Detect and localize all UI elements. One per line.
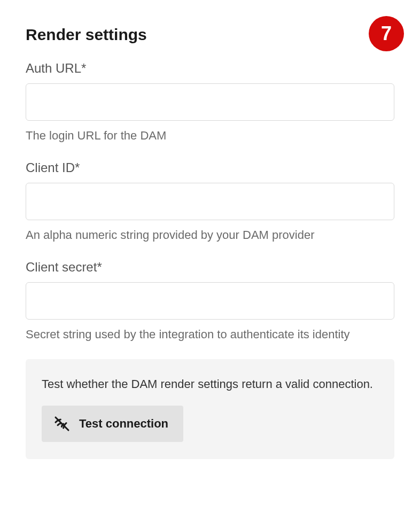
auth-url-label: Auth URL* bbox=[26, 61, 394, 76]
connectivity-icon bbox=[53, 415, 71, 432]
section-title: Render settings bbox=[26, 26, 394, 44]
auth-url-input[interactable] bbox=[26, 83, 394, 121]
test-connection-panel: Test whether the DAM render settings ret… bbox=[26, 359, 394, 459]
client-id-input[interactable] bbox=[26, 183, 394, 220]
test-connection-help: Test whether the DAM render settings ret… bbox=[42, 375, 378, 393]
client-id-label: Client ID* bbox=[26, 160, 394, 175]
step-badge: 7 bbox=[369, 16, 404, 51]
test-connection-button[interactable]: Test connection bbox=[42, 406, 183, 442]
client-id-help: An alpha numeric string provided by your… bbox=[26, 227, 394, 244]
step-number: 7 bbox=[381, 22, 392, 45]
client-secret-field-group: Client secret* Secret string used by the… bbox=[26, 260, 394, 343]
test-connection-button-label: Test connection bbox=[79, 417, 168, 431]
client-secret-label: Client secret* bbox=[26, 260, 394, 275]
render-settings-panel: 7 Render settings Auth URL* The login UR… bbox=[0, 0, 420, 485]
auth-url-help: The login URL for the DAM bbox=[26, 127, 394, 144]
client-secret-help: Secret string used by the integration to… bbox=[26, 326, 394, 343]
client-secret-input[interactable] bbox=[26, 282, 394, 320]
auth-url-field-group: Auth URL* The login URL for the DAM bbox=[26, 61, 394, 144]
client-id-field-group: Client ID* An alpha numeric string provi… bbox=[26, 160, 394, 244]
